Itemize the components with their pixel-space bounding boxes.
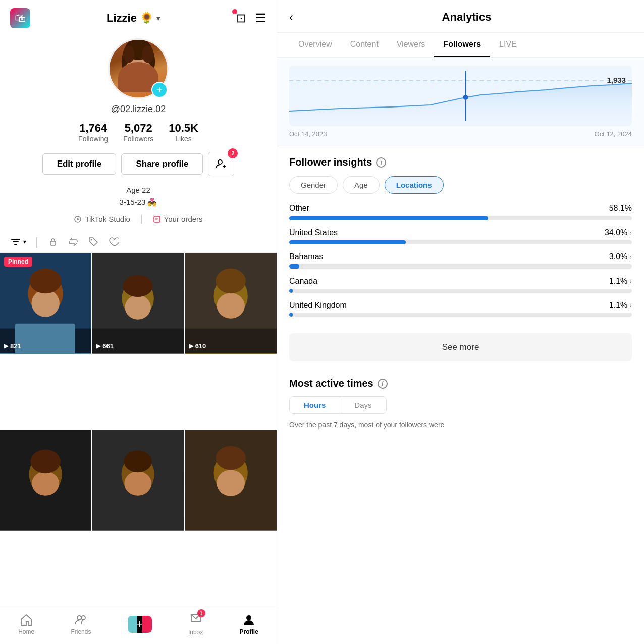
create-plus-button[interactable]: + — [128, 616, 152, 633]
location-item-canada[interactable]: Canada 1.1% › — [289, 277, 632, 293]
nav-profile[interactable]: Profile — [240, 613, 258, 635]
tiktok-shop-icon[interactable]: 🛍 — [10, 8, 30, 28]
following-stat[interactable]: 1,764 Following — [78, 122, 108, 143]
progress-fill — [289, 216, 488, 220]
chart-container: 1,933 — [289, 66, 632, 126]
svg-point-10 — [77, 218, 79, 220]
tag-icon[interactable] — [88, 236, 99, 247]
location-header: United Kingdom 1.1% › — [289, 301, 632, 310]
tab-viewers[interactable]: Viewers — [388, 33, 435, 57]
svg-point-26 — [123, 275, 153, 297]
svg-rect-12 — [11, 239, 20, 240]
location-item-us[interactable]: United States 34.0% › — [289, 228, 632, 244]
info-icon-2[interactable]: i — [378, 379, 388, 389]
insights-section: Follower insights i Gender Age Locations… — [277, 146, 644, 325]
analytics-tabs: Overview Content Viewers Followers LIVE — [277, 33, 644, 58]
edit-profile-button[interactable]: Edit profile — [42, 153, 117, 175]
tiktok-studio-link[interactable]: TikTok Studio — [74, 214, 130, 223]
back-button[interactable]: ‹ — [289, 10, 293, 24]
see-more-button[interactable]: See more — [289, 333, 632, 361]
location-header: Other 58.1% — [289, 204, 632, 213]
chart-date-end: Oct 12, 2024 — [595, 130, 632, 138]
svg-point-30 — [217, 293, 244, 319]
location-name: Other — [289, 204, 309, 213]
svg-point-52 — [463, 95, 468, 100]
location-pct: 58.1% — [609, 204, 632, 213]
view-count: 661 — [102, 342, 114, 350]
add-icon[interactable]: + — [151, 82, 168, 98]
video-cell[interactable]: ▶ 661 — [92, 253, 184, 354]
svg-point-20 — [29, 269, 61, 294]
svg-rect-13 — [13, 241, 19, 242]
username-area[interactable]: Lizzie 🌻 ▾ — [106, 12, 160, 25]
tab-days[interactable]: Days — [340, 397, 386, 413]
repost-icon[interactable] — [68, 236, 79, 247]
location-item-other: Other 58.1% — [289, 204, 632, 220]
likes-label: Likes — [175, 135, 192, 143]
nav-inbox[interactable]: 1 Inbox — [188, 612, 203, 636]
insights-tabs: Gender Age Locations — [289, 176, 632, 194]
svg-point-6 — [123, 45, 135, 63]
video-cell[interactable]: ▶ 610 — [185, 253, 277, 354]
tab-hours[interactable]: Hours — [290, 397, 340, 413]
svg-rect-22 — [15, 324, 75, 354]
tab-age[interactable]: Age — [343, 176, 380, 194]
svg-rect-14 — [14, 244, 17, 245]
lock-icon[interactable] — [47, 236, 59, 247]
location-header: United States 34.0% › — [289, 228, 632, 237]
filter-button[interactable]: ▾ — [10, 236, 26, 247]
location-item-uk[interactable]: United Kingdom 1.1% › — [289, 301, 632, 317]
menu-button[interactable]: ☰ — [255, 11, 266, 25]
location-pct: 1.1% › — [609, 277, 632, 286]
pinned-badge: Pinned — [4, 257, 32, 267]
add-friend-button[interactable]: 2 — [208, 152, 234, 176]
bottom-nav: Home Friends + 1 Inbox Profile — [0, 606, 277, 644]
progress-bar — [289, 313, 632, 317]
tab-gender[interactable]: Gender — [289, 176, 338, 194]
tab-overview[interactable]: Overview — [289, 33, 341, 57]
info-icon[interactable]: i — [376, 157, 386, 168]
nav-home[interactable]: Home — [18, 613, 34, 635]
divider: | — [140, 213, 143, 224]
svg-point-43 — [217, 470, 244, 496]
progress-bar — [289, 240, 632, 244]
progress-fill — [289, 240, 406, 244]
bookmark-button[interactable]: ⊡ — [236, 11, 246, 25]
svg-rect-15 — [50, 241, 56, 245]
nav-friends[interactable]: Friends — [71, 613, 91, 635]
likes-stat[interactable]: 10.5K Likes — [169, 122, 198, 143]
tab-followers[interactable]: Followers — [434, 33, 490, 57]
video-cell[interactable] — [92, 430, 184, 531]
orders-link[interactable]: Your orders — [153, 214, 203, 223]
location-item-bahamas[interactable]: Bahamas 3.0% › — [289, 252, 632, 269]
location-pct: 34.0% › — [605, 228, 632, 237]
view-count: 821 — [10, 342, 21, 350]
progress-bar — [289, 289, 632, 293]
video-cell[interactable] — [0, 430, 91, 531]
heart-icon[interactable] — [108, 236, 119, 247]
following-count: 1,764 — [79, 122, 107, 135]
svg-point-19 — [31, 289, 59, 317]
tab-content[interactable]: Content — [341, 33, 388, 57]
share-profile-button[interactable]: Share profile — [121, 153, 203, 175]
location-pct: 1.1% › — [609, 301, 632, 310]
followers-stat[interactable]: 5,072 Followers — [123, 122, 153, 143]
progress-fill — [289, 289, 293, 293]
avatar[interactable]: + — [108, 38, 169, 99]
video-cell[interactable]: Pinned ▶ 821 — [0, 253, 91, 354]
chart-area: 1,933 Oct 14, 2023 Oct 12, 2024 — [277, 58, 644, 146]
video-cell[interactable] — [185, 430, 277, 531]
followers-count: 5,072 — [125, 122, 152, 135]
play-icon: ▶ — [96, 343, 100, 349]
profile-section: + @02.lizzie.02 1,764 Following 5,072 Fo… — [0, 33, 277, 231]
links-row: TikTok Studio | Your orders — [74, 213, 202, 224]
nav-create[interactable]: + — [128, 616, 152, 633]
followers-label: Followers — [123, 135, 153, 143]
video-grid: Pinned ▶ 821 ▶ 661 — [0, 253, 277, 606]
tab-locations[interactable]: Locations — [385, 176, 444, 194]
username-label: Lizzie 🌻 — [106, 12, 153, 25]
location-name: Canada — [289, 277, 317, 286]
svg-point-8 — [218, 160, 222, 164]
video-views: ▶ 661 — [96, 342, 114, 350]
tab-live[interactable]: LIVE — [490, 33, 526, 57]
